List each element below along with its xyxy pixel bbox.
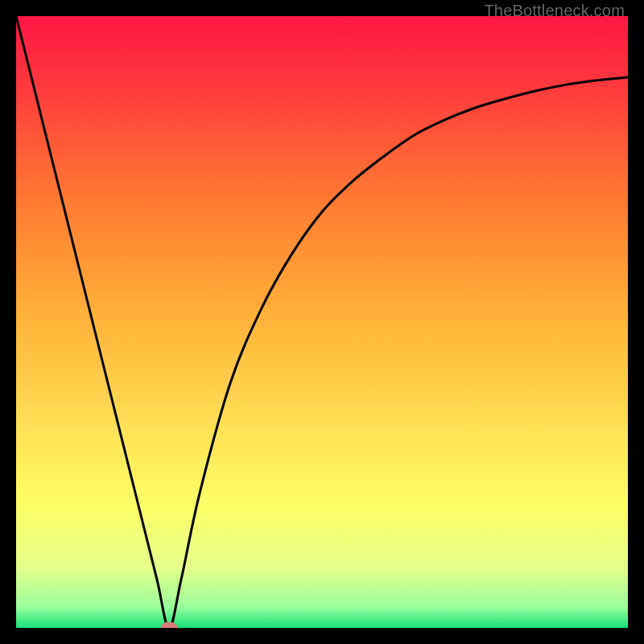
chart-frame [16,16,628,628]
chart-background [16,16,628,628]
watermark-text: TheBottleneck.com [484,2,625,20]
chart-svg [16,16,628,628]
